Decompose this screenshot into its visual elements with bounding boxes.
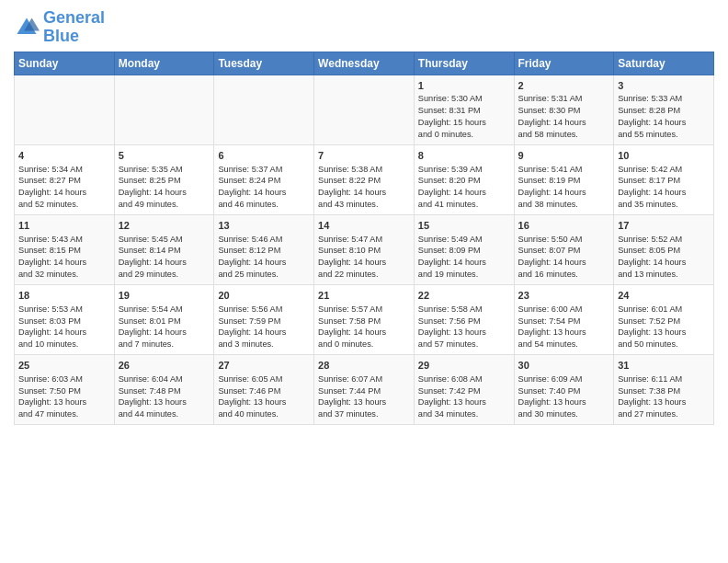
day-info: Sunrise: 5:35 AM Sunset: 8:25 PM Dayligh… (119, 165, 187, 209)
week-row-3: 11Sunrise: 5:43 AM Sunset: 8:15 PM Dayli… (15, 214, 714, 284)
day-header-wednesday: Wednesday (314, 52, 415, 75)
calendar-cell: 7Sunrise: 5:38 AM Sunset: 8:22 PM Daylig… (314, 144, 415, 214)
day-info: Sunrise: 5:42 AM Sunset: 8:17 PM Dayligh… (618, 165, 686, 209)
day-header-tuesday: Tuesday (214, 52, 314, 75)
day-info: Sunrise: 6:11 AM Sunset: 7:38 PM Dayligh… (618, 374, 686, 419)
calendar-cell: 23Sunrise: 6:00 AM Sunset: 7:54 PM Dayli… (514, 284, 614, 354)
week-row-1: 1Sunrise: 5:30 AM Sunset: 8:31 PM Daylig… (15, 75, 714, 144)
day-info: Sunrise: 6:00 AM Sunset: 7:54 PM Dayligh… (518, 304, 586, 349)
day-number: 21 (318, 289, 410, 303)
day-number: 16 (518, 219, 610, 233)
day-info: Sunrise: 6:04 AM Sunset: 7:48 PM Dayligh… (119, 374, 187, 419)
day-number: 12 (119, 219, 210, 233)
calendar-cell (15, 75, 115, 144)
day-info: Sunrise: 6:05 AM Sunset: 7:46 PM Dayligh… (218, 374, 286, 419)
day-number: 29 (418, 359, 510, 373)
day-info: Sunrise: 5:49 AM Sunset: 8:09 PM Dayligh… (418, 235, 486, 279)
day-info: Sunrise: 6:01 AM Sunset: 7:52 PM Dayligh… (618, 304, 686, 349)
logo-text: General Blue (43, 9, 105, 46)
day-number: 6 (218, 149, 310, 163)
day-info: Sunrise: 6:08 AM Sunset: 7:42 PM Dayligh… (418, 374, 486, 419)
calendar-cell: 13Sunrise: 5:46 AM Sunset: 8:12 PM Dayli… (214, 214, 314, 284)
day-header-friday: Friday (514, 52, 614, 75)
day-info: Sunrise: 5:30 AM Sunset: 8:31 PM Dayligh… (418, 94, 486, 138)
day-info: Sunrise: 5:45 AM Sunset: 8:14 PM Dayligh… (119, 235, 187, 279)
logo-blue: Blue (43, 27, 79, 45)
day-info: Sunrise: 5:50 AM Sunset: 8:07 PM Dayligh… (518, 235, 586, 279)
day-number: 5 (119, 149, 210, 163)
day-number: 15 (418, 219, 510, 233)
day-number: 24 (618, 289, 710, 303)
day-info: Sunrise: 5:46 AM Sunset: 8:12 PM Dayligh… (218, 235, 286, 279)
day-info: Sunrise: 5:43 AM Sunset: 8:15 PM Dayligh… (18, 235, 86, 279)
logo: General Blue (14, 9, 105, 46)
day-info: Sunrise: 5:47 AM Sunset: 8:10 PM Dayligh… (318, 235, 386, 279)
week-row-4: 18Sunrise: 5:53 AM Sunset: 8:03 PM Dayli… (15, 284, 714, 354)
day-number: 14 (318, 219, 410, 233)
day-number: 3 (618, 79, 710, 93)
calendar-cell: 8Sunrise: 5:39 AM Sunset: 8:20 PM Daylig… (414, 144, 514, 214)
calendar-cell (114, 75, 214, 144)
calendar-cell: 30Sunrise: 6:09 AM Sunset: 7:40 PM Dayli… (514, 354, 614, 424)
day-info: Sunrise: 5:31 AM Sunset: 8:30 PM Dayligh… (518, 94, 586, 138)
day-number: 13 (218, 219, 310, 233)
day-number: 27 (218, 359, 310, 373)
calendar-cell: 14Sunrise: 5:47 AM Sunset: 8:10 PM Dayli… (314, 214, 415, 284)
day-number: 7 (318, 149, 410, 163)
day-number: 17 (618, 219, 710, 233)
week-row-2: 4Sunrise: 5:34 AM Sunset: 8:27 PM Daylig… (15, 144, 714, 214)
calendar-cell: 24Sunrise: 6:01 AM Sunset: 7:52 PM Dayli… (614, 284, 714, 354)
day-info: Sunrise: 6:07 AM Sunset: 7:44 PM Dayligh… (318, 374, 386, 419)
day-info: Sunrise: 5:53 AM Sunset: 8:03 PM Dayligh… (18, 304, 86, 349)
day-number: 20 (218, 289, 310, 303)
calendar-cell: 3Sunrise: 5:33 AM Sunset: 8:28 PM Daylig… (614, 75, 714, 144)
day-number: 26 (119, 359, 210, 373)
calendar-cell: 18Sunrise: 5:53 AM Sunset: 8:03 PM Dayli… (15, 284, 115, 354)
day-info: Sunrise: 5:57 AM Sunset: 7:58 PM Dayligh… (318, 304, 386, 349)
calendar-cell: 20Sunrise: 5:56 AM Sunset: 7:59 PM Dayli… (214, 284, 314, 354)
calendar-cell: 27Sunrise: 6:05 AM Sunset: 7:46 PM Dayli… (214, 354, 314, 424)
day-info: Sunrise: 5:34 AM Sunset: 8:27 PM Dayligh… (18, 165, 86, 209)
calendar-cell: 17Sunrise: 5:52 AM Sunset: 8:05 PM Dayli… (614, 214, 714, 284)
day-info: Sunrise: 6:03 AM Sunset: 7:50 PM Dayligh… (18, 374, 86, 419)
calendar-cell (214, 75, 314, 144)
logo-icon (14, 15, 40, 40)
day-number: 2 (518, 79, 610, 93)
calendar-cell: 4Sunrise: 5:34 AM Sunset: 8:27 PM Daylig… (15, 144, 115, 214)
calendar-cell: 29Sunrise: 6:08 AM Sunset: 7:42 PM Dayli… (414, 354, 514, 424)
calendar-cell: 1Sunrise: 5:30 AM Sunset: 8:31 PM Daylig… (414, 75, 514, 144)
calendar-cell: 6Sunrise: 5:37 AM Sunset: 8:24 PM Daylig… (214, 144, 314, 214)
day-number: 9 (518, 149, 610, 163)
calendar-cell: 28Sunrise: 6:07 AM Sunset: 7:44 PM Dayli… (314, 354, 415, 424)
day-number: 1 (418, 79, 510, 93)
day-number: 23 (518, 289, 610, 303)
day-header-sunday: Sunday (15, 52, 115, 75)
calendar-cell: 12Sunrise: 5:45 AM Sunset: 8:14 PM Dayli… (114, 214, 214, 284)
day-info: Sunrise: 5:56 AM Sunset: 7:59 PM Dayligh… (218, 304, 286, 349)
day-header-saturday: Saturday (614, 52, 714, 75)
calendar-cell: 2Sunrise: 5:31 AM Sunset: 8:30 PM Daylig… (514, 75, 614, 144)
calendar-cell: 19Sunrise: 5:54 AM Sunset: 8:01 PM Dayli… (114, 284, 214, 354)
calendar-table: SundayMondayTuesdayWednesdayThursdayFrid… (14, 52, 714, 425)
calendar-cell: 31Sunrise: 6:11 AM Sunset: 7:38 PM Dayli… (614, 354, 714, 424)
header: General Blue (14, 9, 714, 46)
day-header-monday: Monday (114, 52, 214, 75)
day-number: 30 (518, 359, 610, 373)
day-header-thursday: Thursday (414, 52, 514, 75)
calendar-cell: 9Sunrise: 5:41 AM Sunset: 8:19 PM Daylig… (514, 144, 614, 214)
day-info: Sunrise: 5:54 AM Sunset: 8:01 PM Dayligh… (119, 304, 187, 349)
day-info: Sunrise: 6:09 AM Sunset: 7:40 PM Dayligh… (518, 374, 586, 419)
calendar-cell: 10Sunrise: 5:42 AM Sunset: 8:17 PM Dayli… (614, 144, 714, 214)
day-number: 25 (18, 359, 110, 373)
calendar-cell: 16Sunrise: 5:50 AM Sunset: 8:07 PM Dayli… (514, 214, 614, 284)
day-number: 22 (418, 289, 510, 303)
calendar-cell (314, 75, 415, 144)
day-info: Sunrise: 5:58 AM Sunset: 7:56 PM Dayligh… (418, 304, 486, 349)
logo-general: General (43, 8, 105, 27)
day-number: 8 (418, 149, 510, 163)
day-number: 10 (618, 149, 710, 163)
day-info: Sunrise: 5:38 AM Sunset: 8:22 PM Dayligh… (318, 165, 386, 209)
calendar-cell: 5Sunrise: 5:35 AM Sunset: 8:25 PM Daylig… (114, 144, 214, 214)
day-info: Sunrise: 5:37 AM Sunset: 8:24 PM Dayligh… (218, 165, 286, 209)
week-row-5: 25Sunrise: 6:03 AM Sunset: 7:50 PM Dayli… (15, 354, 714, 424)
